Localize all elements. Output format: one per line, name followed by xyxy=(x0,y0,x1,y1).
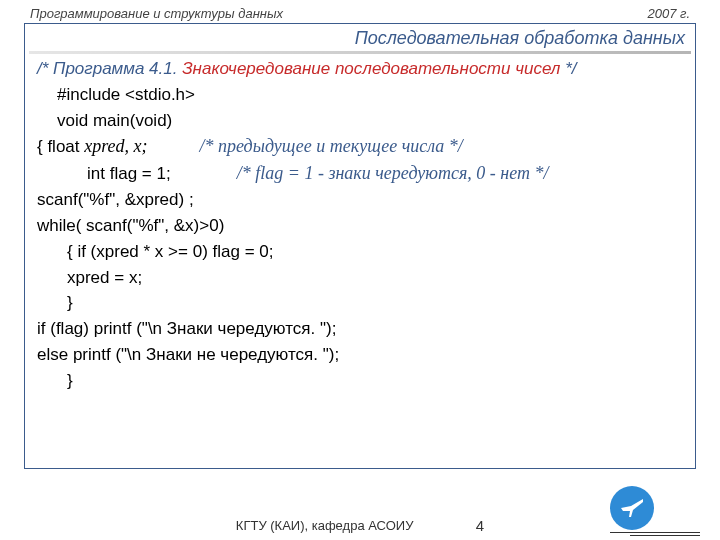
main-close-brace: } xyxy=(37,370,683,392)
flag-decl: int flag = 1; xyxy=(87,164,171,183)
header-right: 2007 г. xyxy=(647,6,690,21)
logo-underline xyxy=(610,532,700,533)
page-number: 4 xyxy=(476,517,484,534)
header-left: Программирование и структуры данных xyxy=(30,6,283,21)
if-flag-print: if (flag) printf ("\n Знаки чередуются. … xyxy=(37,318,683,340)
while-close-brace: } xyxy=(37,292,683,314)
if-inside-while: { if (xpred * x >= 0) flag = 0; xyxy=(37,241,683,263)
brace-float: { float xyxy=(37,137,84,156)
logo-underline-2 xyxy=(630,535,700,536)
else-print: else printf ("\n Знаки не чередуются. ")… xyxy=(37,344,683,366)
comment-flag: /* flag = 1 - знаки чередуются, 0 - нет … xyxy=(237,163,549,183)
page-header: Программирование и структуры данных 2007… xyxy=(0,0,720,23)
while-line: while( scanf("%f", &x)>0) xyxy=(37,215,683,237)
slide-title: Последовательная обработка данных xyxy=(25,24,695,51)
decl-line-2: int flag = 1; /* flag = 1 - знаки череду… xyxy=(37,162,683,185)
comment-suffix: */ xyxy=(565,59,576,78)
main-signature: void main(void) xyxy=(37,110,683,132)
vars-xpred-x: xpred, x; xyxy=(84,136,147,156)
code-block: /* Программа 4.1. Знакочередование после… xyxy=(25,58,695,391)
comment-program-header: /* Программа 4.1. Знакочередование после… xyxy=(37,58,683,80)
title-underline xyxy=(29,51,691,54)
comment-topic: Знакочередование последовательности чисе… xyxy=(182,59,565,78)
comment-prefix: /* Программа 4.1. xyxy=(37,59,182,78)
assign-xpred: xpred = x; xyxy=(37,267,683,289)
comment-prev-current: /* предыдущее и текущее числа */ xyxy=(200,136,463,156)
include-line: #include <stdio.h> xyxy=(37,84,683,106)
footer-org: КГТУ (КАИ), кафедра АСОИУ xyxy=(236,518,436,533)
decl-line-1: { float xpred, x; /* предыдущее и текуще… xyxy=(37,135,683,158)
scanf-first: scanf("%f", &xpred) ; xyxy=(37,189,683,211)
plane-icon xyxy=(610,486,654,530)
logo xyxy=(610,486,700,536)
slide-frame: Последовательная обработка данных /* Про… xyxy=(24,23,696,469)
